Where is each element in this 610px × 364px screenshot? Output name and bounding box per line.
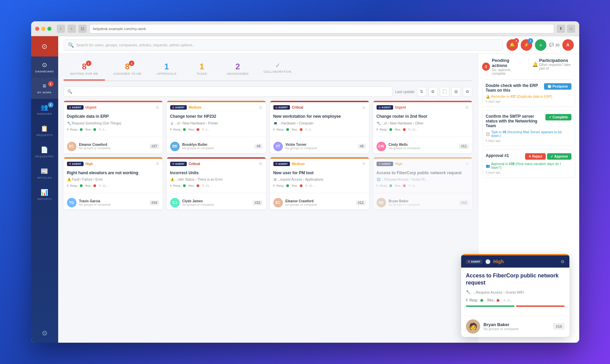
user-avatar[interactable]: A [562,39,574,51]
chat-button[interactable]: 💬 10 [549,43,559,47]
tab-assigned[interactable]: 8 1 ASSIGNED TO ME [106,59,148,81]
panel-participations-title: Participations [539,58,575,63]
ticket-card-5[interactable]: AGENT High ⚙ Right hand elevators are no… [64,157,163,210]
floating-settings-icon[interactable]: ⚙ [561,259,565,264]
agent-badge-3: AGENT [273,105,290,110]
sidebar-logo[interactable]: ⊙ [31,36,58,56]
ticket-category-5: ⚠️ Fault / Failure / Error [67,178,159,181]
ticket-settings-2[interactable]: ⚙ [259,105,263,110]
ticket-card-3[interactable]: AGENT Critical ⚙ New workstation for new… [270,101,369,153]
close-btn[interactable] [35,27,39,31]
sidebar-label-articles: ARTICLES [37,176,52,179]
sidebar-item-manager[interactable]: 2 👥 MANAGER [31,99,58,120]
user-sub-5: No groups or companie [79,203,147,206]
expand-button[interactable]: ⛶ [440,87,449,96]
user-name-1: Eleanor Crawford [79,143,147,146]
tab-waiting[interactable]: 8 1 WAITING FOR ME [64,59,105,81]
category-icon-6: ⚠️ [170,178,174,181]
user-name-4: Cindy Wells [389,143,456,146]
alert-button[interactable]: ⚡ 1 [521,39,532,51]
ticket-settings-8[interactable]: ⚙ [465,161,469,166]
user-info-4: Cindy Wells No groups or companie [389,143,456,150]
user-sub-3: No groups or companie [286,146,355,150]
ticket-settings-5[interactable]: ⚙ [156,161,159,166]
settings-button[interactable]: ⚙ [463,87,472,96]
ticket-category-3: 💻 ...Hardware › Computer [273,121,366,125]
ticket-footer-1: EC Eleanor Crawford No groups or compani… [64,140,163,153]
panel-item-2-time: 5 days ago [486,139,571,142]
ticket-settings-7[interactable]: ⚙ [362,161,366,166]
floating-header: AGENT 🕐 High ⚙ [461,255,569,268]
ticket-settings-4[interactable]: ⚙ [465,105,469,110]
ticket-card-7[interactable]: AGENT Medium ⚙ New user for PM tool 🖥 ..… [270,157,369,210]
ticket-card-4[interactable]: AGENT Urgent ⚙ Change router in 2nd floo… [373,101,472,153]
floating-category-icon: 🔧 [466,290,471,294]
sidebar-item-requested[interactable]: 📄 REQUESTED [31,141,58,163]
ticket-card-6[interactable]: AGENT Critical ⚙ Incorrect Units ⚠️ ...r… [167,157,266,210]
ticket-title-2: Change toner for HP232 [170,114,263,119]
address-bar[interactable]: helpdesk.example.com/my-work [89,24,554,33]
notification-button[interactable]: 🔔 2 [506,39,518,51]
minimize-btn[interactable] [41,27,45,31]
tickets-grid: AGENT Urgent ⚙ Duplicate data in ERP 🔧 R… [64,101,472,209]
forward-button[interactable]: › [68,25,76,33]
ticket-header-6: AGENT Critical ⚙ [167,159,266,169]
user-info-1: Eleanor Crawford No groups or companie [79,143,147,150]
ticket-num-8: #15 [459,200,469,205]
complete-button[interactable]: ✓ Complete [545,114,571,120]
grid-view-button[interactable]: ⊞ [451,87,461,96]
ticket-footer-2: BB Brooklyn Butler No groups or companie… [167,140,266,153]
sort-button[interactable]: ⇅ [417,87,426,96]
bookmark-button[interactable]: □ [567,25,575,33]
ticket-header-1: AGENT Urgent ⚙ [64,102,163,113]
panel-item-2-title: Confirm the SMTP server status with the … [486,114,545,128]
sidebar-item-dashboard[interactable]: ⊙ DASHBOARD [31,56,58,78]
share-button[interactable]: ⬆ [557,25,565,33]
count-4: ↻ 21... [408,128,418,131]
tab-tasks[interactable]: 1 TASKS [185,59,219,81]
ticket-settings-1[interactable]: ⚙ [156,105,159,110]
ticket-body-5: Right hand elevators are not working ⚠️ … [64,169,163,193]
sidebar-item-mywork[interactable]: 1 ≡ MY WORK [31,78,58,99]
search-bar[interactable]: 🔍 Search for users, groups, companies, a… [64,39,503,51]
panel-item-3-time: 5 days ago [486,171,571,174]
sidebar-footer[interactable]: ⚙ [42,324,48,343]
floating-ticket-card[interactable]: AGENT 🕐 High ⚙ Access to FiberCorp publi… [461,254,569,337]
ticket-footer-8: BB Bryan Baker No groups or companie #15 [373,196,472,209]
panel-item-1-time: 5 days ago [486,100,571,103]
ticket-num-7: #12 [356,200,366,205]
ticket-body-4: Change router in 2nd floor 🔧 ...sl › New… [373,113,472,137]
checkmark-icon: ✓ [275,62,280,69]
ticket-settings-6[interactable]: ⚙ [259,161,263,166]
maximize-btn[interactable] [47,27,51,31]
category-icon-4: 🔧 [377,121,381,125]
tab-unassigned[interactable]: 2 UNASSIGNED [220,59,255,81]
panel-item-3-header: Approval #1 ✕ Reject ✓ Approve [486,153,571,160]
ticket-header-7: AGENT Medium ⚙ [270,159,369,169]
window-button[interactable]: ⊡ [78,25,87,33]
sidebar-item-requests[interactable]: 📋 REQUESTS [31,120,58,141]
mywork-badge: 1 [48,81,53,87]
ticket-card-8[interactable]: AGENT High ⚙ Access to FiberCorp public … [373,157,472,210]
tab-approvals[interactable]: 1 APPROVALS [150,59,183,81]
panel-item-3-ref: 👥 Approval in #38 (How many vacation day… [486,162,571,169]
ticket-card-1[interactable]: AGENT Urgent ⚙ Duplicate data in ERP 🔧 R… [64,101,163,153]
ticket-meta-7: F. Resp.: Res.: ↻ 21.. [273,184,366,187]
back-button[interactable]: ‹ [57,25,65,33]
tab-collaboration[interactable]: ✓ COLLABORATION [257,59,298,81]
sidebar-item-reports[interactable]: 📊 REPORTS [31,184,58,205]
filter-button[interactable]: ⚙ [428,87,438,96]
sidebar-item-articles[interactable]: 📰 ARTICLES [31,163,58,184]
floating-progress [466,305,565,307]
category-icon-3: 💻 [273,121,277,125]
filter-search-input[interactable]: 🔍 [64,87,393,97]
add-button[interactable]: + [535,39,546,51]
ticket-card-2[interactable]: AGENT Medium ⚙ Change toner for HP232 🖨 … [167,101,266,153]
user-name-3: Vickie Turner [286,143,355,146]
ticket-body-3: New workstation for new employee 💻 ...Ha… [270,113,369,137]
approve-button[interactable]: ✓ Approve [547,153,571,160]
postpone-button[interactable]: 🕐 Postpone [544,83,571,90]
reject-button[interactable]: ✕ Reject [525,153,546,160]
bell-small-icon: 🔔 [486,95,490,98]
ticket-settings-3[interactable]: ⚙ [362,105,366,110]
